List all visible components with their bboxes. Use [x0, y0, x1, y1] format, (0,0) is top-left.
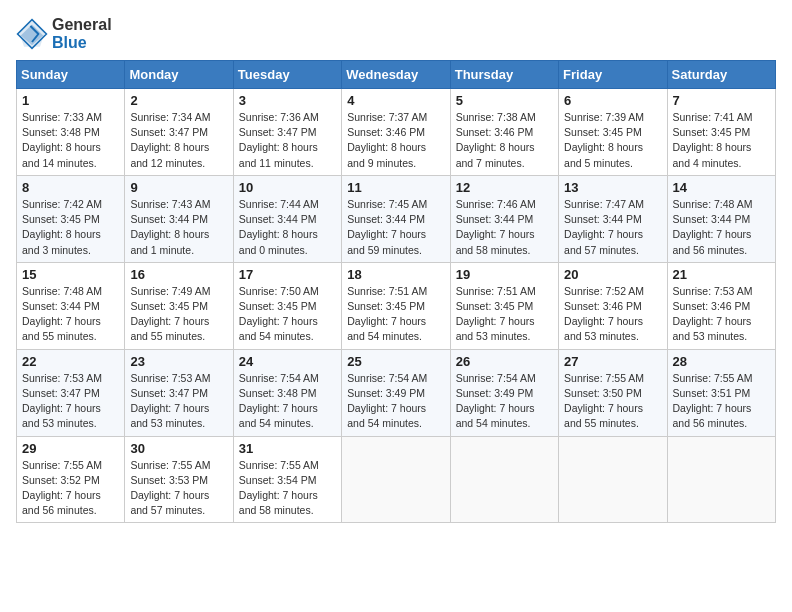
- calendar-cell: 15Sunrise: 7:48 AM Sunset: 3:44 PM Dayli…: [17, 262, 125, 349]
- calendar-body: 1Sunrise: 7:33 AM Sunset: 3:48 PM Daylig…: [17, 89, 776, 523]
- calendar-cell: 24Sunrise: 7:54 AM Sunset: 3:48 PM Dayli…: [233, 349, 341, 436]
- day-info: Sunrise: 7:51 AM Sunset: 3:45 PM Dayligh…: [456, 284, 553, 345]
- day-number: 12: [456, 180, 553, 195]
- calendar-cell: [342, 436, 450, 523]
- header: General Blue: [16, 16, 776, 52]
- day-number: 23: [130, 354, 227, 369]
- logo-icon: [16, 18, 48, 50]
- calendar-cell: 17Sunrise: 7:50 AM Sunset: 3:45 PM Dayli…: [233, 262, 341, 349]
- calendar-cell: 11Sunrise: 7:45 AM Sunset: 3:44 PM Dayli…: [342, 175, 450, 262]
- day-number: 11: [347, 180, 444, 195]
- day-number: 17: [239, 267, 336, 282]
- day-info: Sunrise: 7:53 AM Sunset: 3:47 PM Dayligh…: [22, 371, 119, 432]
- day-number: 30: [130, 441, 227, 456]
- day-info: Sunrise: 7:43 AM Sunset: 3:44 PM Dayligh…: [130, 197, 227, 258]
- logo-text: General Blue: [52, 16, 112, 52]
- calendar-cell: 28Sunrise: 7:55 AM Sunset: 3:51 PM Dayli…: [667, 349, 775, 436]
- day-info: Sunrise: 7:38 AM Sunset: 3:46 PM Dayligh…: [456, 110, 553, 171]
- day-info: Sunrise: 7:48 AM Sunset: 3:44 PM Dayligh…: [673, 197, 770, 258]
- calendar-cell: 21Sunrise: 7:53 AM Sunset: 3:46 PM Dayli…: [667, 262, 775, 349]
- calendar-cell: 4Sunrise: 7:37 AM Sunset: 3:46 PM Daylig…: [342, 89, 450, 176]
- weekday-header-thursday: Thursday: [450, 61, 558, 89]
- day-number: 9: [130, 180, 227, 195]
- day-number: 25: [347, 354, 444, 369]
- calendar-table: SundayMondayTuesdayWednesdayThursdayFrid…: [16, 60, 776, 523]
- calendar-cell: 22Sunrise: 7:53 AM Sunset: 3:47 PM Dayli…: [17, 349, 125, 436]
- day-number: 6: [564, 93, 661, 108]
- weekday-header-wednesday: Wednesday: [342, 61, 450, 89]
- logo: General Blue: [16, 16, 112, 52]
- calendar-cell: [559, 436, 667, 523]
- day-number: 15: [22, 267, 119, 282]
- day-info: Sunrise: 7:33 AM Sunset: 3:48 PM Dayligh…: [22, 110, 119, 171]
- day-number: 19: [456, 267, 553, 282]
- day-info: Sunrise: 7:55 AM Sunset: 3:52 PM Dayligh…: [22, 458, 119, 519]
- day-info: Sunrise: 7:51 AM Sunset: 3:45 PM Dayligh…: [347, 284, 444, 345]
- day-number: 13: [564, 180, 661, 195]
- day-info: Sunrise: 7:44 AM Sunset: 3:44 PM Dayligh…: [239, 197, 336, 258]
- calendar-cell: 13Sunrise: 7:47 AM Sunset: 3:44 PM Dayli…: [559, 175, 667, 262]
- calendar-cell: 16Sunrise: 7:49 AM Sunset: 3:45 PM Dayli…: [125, 262, 233, 349]
- calendar-cell: 8Sunrise: 7:42 AM Sunset: 3:45 PM Daylig…: [17, 175, 125, 262]
- calendar-cell: 25Sunrise: 7:54 AM Sunset: 3:49 PM Dayli…: [342, 349, 450, 436]
- calendar-cell: 26Sunrise: 7:54 AM Sunset: 3:49 PM Dayli…: [450, 349, 558, 436]
- day-info: Sunrise: 7:41 AM Sunset: 3:45 PM Dayligh…: [673, 110, 770, 171]
- day-info: Sunrise: 7:45 AM Sunset: 3:44 PM Dayligh…: [347, 197, 444, 258]
- weekday-header-friday: Friday: [559, 61, 667, 89]
- calendar-cell: 27Sunrise: 7:55 AM Sunset: 3:50 PM Dayli…: [559, 349, 667, 436]
- day-number: 27: [564, 354, 661, 369]
- weekday-header-saturday: Saturday: [667, 61, 775, 89]
- day-info: Sunrise: 7:37 AM Sunset: 3:46 PM Dayligh…: [347, 110, 444, 171]
- day-number: 4: [347, 93, 444, 108]
- calendar-cell: 20Sunrise: 7:52 AM Sunset: 3:46 PM Dayli…: [559, 262, 667, 349]
- day-info: Sunrise: 7:54 AM Sunset: 3:48 PM Dayligh…: [239, 371, 336, 432]
- day-info: Sunrise: 7:55 AM Sunset: 3:53 PM Dayligh…: [130, 458, 227, 519]
- day-info: Sunrise: 7:39 AM Sunset: 3:45 PM Dayligh…: [564, 110, 661, 171]
- calendar-cell: 14Sunrise: 7:48 AM Sunset: 3:44 PM Dayli…: [667, 175, 775, 262]
- calendar-cell: 31Sunrise: 7:55 AM Sunset: 3:54 PM Dayli…: [233, 436, 341, 523]
- calendar-cell: 3Sunrise: 7:36 AM Sunset: 3:47 PM Daylig…: [233, 89, 341, 176]
- calendar-cell: 2Sunrise: 7:34 AM Sunset: 3:47 PM Daylig…: [125, 89, 233, 176]
- calendar-cell: 12Sunrise: 7:46 AM Sunset: 3:44 PM Dayli…: [450, 175, 558, 262]
- calendar-cell: [450, 436, 558, 523]
- day-number: 8: [22, 180, 119, 195]
- day-number: 29: [22, 441, 119, 456]
- day-info: Sunrise: 7:46 AM Sunset: 3:44 PM Dayligh…: [456, 197, 553, 258]
- day-number: 5: [456, 93, 553, 108]
- weekday-header-sunday: Sunday: [17, 61, 125, 89]
- calendar-week-row: 15Sunrise: 7:48 AM Sunset: 3:44 PM Dayli…: [17, 262, 776, 349]
- day-number: 22: [22, 354, 119, 369]
- calendar-cell: 23Sunrise: 7:53 AM Sunset: 3:47 PM Dayli…: [125, 349, 233, 436]
- day-number: 28: [673, 354, 770, 369]
- weekday-header-row: SundayMondayTuesdayWednesdayThursdayFrid…: [17, 61, 776, 89]
- day-number: 1: [22, 93, 119, 108]
- calendar-cell: 30Sunrise: 7:55 AM Sunset: 3:53 PM Dayli…: [125, 436, 233, 523]
- day-info: Sunrise: 7:55 AM Sunset: 3:51 PM Dayligh…: [673, 371, 770, 432]
- day-info: Sunrise: 7:49 AM Sunset: 3:45 PM Dayligh…: [130, 284, 227, 345]
- day-number: 16: [130, 267, 227, 282]
- weekday-header-monday: Monday: [125, 61, 233, 89]
- day-info: Sunrise: 7:53 AM Sunset: 3:47 PM Dayligh…: [130, 371, 227, 432]
- calendar-week-row: 1Sunrise: 7:33 AM Sunset: 3:48 PM Daylig…: [17, 89, 776, 176]
- calendar-cell: 5Sunrise: 7:38 AM Sunset: 3:46 PM Daylig…: [450, 89, 558, 176]
- day-info: Sunrise: 7:34 AM Sunset: 3:47 PM Dayligh…: [130, 110, 227, 171]
- calendar-week-row: 29Sunrise: 7:55 AM Sunset: 3:52 PM Dayli…: [17, 436, 776, 523]
- weekday-header-tuesday: Tuesday: [233, 61, 341, 89]
- calendar-cell: 29Sunrise: 7:55 AM Sunset: 3:52 PM Dayli…: [17, 436, 125, 523]
- calendar-cell: 10Sunrise: 7:44 AM Sunset: 3:44 PM Dayli…: [233, 175, 341, 262]
- day-number: 18: [347, 267, 444, 282]
- day-info: Sunrise: 7:42 AM Sunset: 3:45 PM Dayligh…: [22, 197, 119, 258]
- day-info: Sunrise: 7:55 AM Sunset: 3:50 PM Dayligh…: [564, 371, 661, 432]
- day-number: 21: [673, 267, 770, 282]
- day-number: 7: [673, 93, 770, 108]
- calendar-header: SundayMondayTuesdayWednesdayThursdayFrid…: [17, 61, 776, 89]
- day-number: 10: [239, 180, 336, 195]
- day-number: 20: [564, 267, 661, 282]
- calendar-cell: 1Sunrise: 7:33 AM Sunset: 3:48 PM Daylig…: [17, 89, 125, 176]
- calendar-week-row: 8Sunrise: 7:42 AM Sunset: 3:45 PM Daylig…: [17, 175, 776, 262]
- day-info: Sunrise: 7:50 AM Sunset: 3:45 PM Dayligh…: [239, 284, 336, 345]
- day-number: 31: [239, 441, 336, 456]
- calendar-cell: [667, 436, 775, 523]
- day-info: Sunrise: 7:48 AM Sunset: 3:44 PM Dayligh…: [22, 284, 119, 345]
- calendar-cell: 9Sunrise: 7:43 AM Sunset: 3:44 PM Daylig…: [125, 175, 233, 262]
